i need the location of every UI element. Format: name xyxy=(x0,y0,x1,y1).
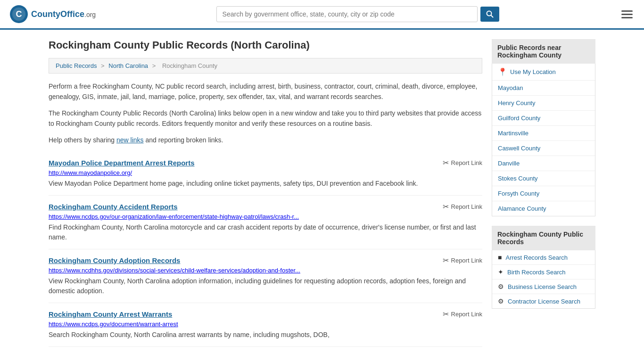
business-license-link[interactable]: Business License Search xyxy=(508,283,577,290)
record-header-0: Mayodan Police Department Arrest Reports… xyxy=(49,158,482,167)
report-link-label-0: Report Link xyxy=(451,159,482,166)
record-header-1: Rockingham County Accident Reports ✂ Rep… xyxy=(49,202,482,211)
nearby-place-link-2[interactable]: Guilford County xyxy=(498,115,540,122)
desc-para-3: Help others by sharing new links and rep… xyxy=(49,135,482,145)
report-link-label-2: Report Link xyxy=(451,257,482,264)
nearby-place-link-5[interactable]: Danville xyxy=(498,160,520,167)
desc-para-3-before: Help others by sharing xyxy=(49,136,116,144)
nearby-place-2[interactable]: Guilford County xyxy=(492,111,595,126)
search-button[interactable] xyxy=(480,7,499,22)
record-desc-1: Find Rockingham County, North Carolina m… xyxy=(49,222,482,242)
record-desc-0: View Mayodan Police Department home page… xyxy=(49,179,482,189)
nearby-list: 📍 Use My Location Mayodan Henry County G… xyxy=(492,64,595,216)
report-link-label-1: Report Link xyxy=(451,203,482,210)
report-link-3[interactable]: ✂ Report Link xyxy=(443,310,482,319)
report-icon-0: ✂ xyxy=(443,158,449,167)
record-item-1: Rockingham County Accident Reports ✂ Rep… xyxy=(49,196,482,249)
record-url-0[interactable]: http://www.mayodanpolice.org/ xyxy=(49,169,482,176)
logo-icon: C xyxy=(9,5,28,24)
menu-icon xyxy=(621,10,633,12)
nearby-place-0[interactable]: Mayodan xyxy=(492,81,595,96)
nearby-place-4[interactable]: Caswell County xyxy=(492,141,595,156)
records-list: Mayodan Police Department Arrest Reports… xyxy=(49,152,482,347)
new-links-link[interactable]: new links xyxy=(116,136,144,144)
report-link-1[interactable]: ✂ Report Link xyxy=(443,202,482,211)
nearby-section: Public Records near Rockingham County 📍 … xyxy=(492,39,595,216)
record-url-link-3[interactable]: https://www.ncdps.gov/document/warrant-a… xyxy=(49,321,178,328)
record-url-link-2[interactable]: https://www.ncdhhs.gov/divisions/social-… xyxy=(49,267,300,274)
birth-records-link[interactable]: Birth Records Search xyxy=(507,269,566,276)
report-link-2[interactable]: ✂ Report Link xyxy=(443,256,482,265)
breadcrumb-north-carolina[interactable]: North Carolina xyxy=(108,62,148,69)
record-title-2[interactable]: Rockingham County Adoption Records xyxy=(49,256,180,264)
nearby-place-link-7[interactable]: Forsyth County xyxy=(498,190,539,197)
report-link-0[interactable]: ✂ Report Link xyxy=(443,158,482,167)
menu-button[interactable] xyxy=(619,7,635,22)
breadcrumb: Public Records > North Carolina > Rockin… xyxy=(49,58,482,74)
record-desc-2: View Rockingham County, North Carolina a… xyxy=(49,276,482,296)
records-links-list: ■ Arrest Records Search ✦ Birth Records … xyxy=(492,250,595,309)
nearby-place-5[interactable]: Danville xyxy=(492,156,595,171)
use-my-location-item[interactable]: 📍 Use My Location xyxy=(492,64,595,81)
main-container: Rockingham County Public Records (North … xyxy=(39,30,605,356)
location-icon: 📍 xyxy=(498,67,507,76)
menu-icon xyxy=(621,14,633,15)
use-my-location-link[interactable]: Use My Location xyxy=(510,68,556,75)
nearby-place-6[interactable]: Stokes County xyxy=(492,171,595,186)
logo-area: C CountyOffice.org xyxy=(9,5,96,24)
nearby-place-link-6[interactable]: Stokes County xyxy=(498,175,538,182)
search-input[interactable] xyxy=(216,6,478,22)
report-icon-3: ✂ xyxy=(443,310,449,319)
business-icon: ⚙ xyxy=(498,283,504,290)
nearby-header: Public Records near Rockingham County xyxy=(492,39,595,64)
arrest-records-link[interactable]: Arrest Records Search xyxy=(505,254,568,261)
record-item-0: Mayodan Police Department Arrest Reports… xyxy=(49,152,482,196)
contractor-license-link[interactable]: Contractor License Search xyxy=(508,298,580,305)
nearby-place-link-3[interactable]: Martinsville xyxy=(498,130,528,137)
record-url-link-0[interactable]: http://www.mayodanpolice.org/ xyxy=(49,169,132,176)
record-item-3: Rockingham County Arrest Warrants ✂ Repo… xyxy=(49,303,482,347)
svg-text:C: C xyxy=(16,9,22,19)
breadcrumb-sep-1: > xyxy=(101,62,106,69)
desc-para-3-after: and reporting broken links. xyxy=(144,136,223,144)
breadcrumb-current: Rockingham County xyxy=(162,62,217,69)
record-header-3: Rockingham County Arrest Warrants ✂ Repo… xyxy=(49,310,482,319)
desc-para-1: Perform a free Rockingham County, NC pub… xyxy=(49,81,482,102)
record-title-3[interactable]: Rockingham County Arrest Warrants xyxy=(49,310,172,318)
desc-para-2: The Rockingham County Public Records (No… xyxy=(49,108,482,129)
nearby-place-link-8[interactable]: Alamance County xyxy=(498,205,546,212)
breadcrumb-sep-2: > xyxy=(152,62,157,69)
contractor-icon: ⚙ xyxy=(498,297,504,305)
search-area xyxy=(216,6,499,22)
sidebar: Public Records near Rockingham County 📍 … xyxy=(492,39,595,347)
records-link-1[interactable]: ✦ Birth Records Search xyxy=(492,265,595,280)
header: C CountyOffice.org xyxy=(0,0,644,30)
record-url-3[interactable]: https://www.ncdps.gov/document/warrant-a… xyxy=(49,321,482,328)
nearby-place-3[interactable]: Martinsville xyxy=(492,126,595,141)
record-desc-3: Search Rockingham County, North Carolina… xyxy=(49,330,482,340)
record-url-link-1[interactable]: https://www.ncdps.gov/our-organization/l… xyxy=(49,213,299,220)
record-title-1[interactable]: Rockingham County Accident Reports xyxy=(49,203,178,211)
breadcrumb-public-records[interactable]: Public Records xyxy=(56,62,97,69)
nearby-place-1[interactable]: Henry County xyxy=(492,96,595,111)
nearby-place-link-1[interactable]: Henry County xyxy=(498,99,535,107)
description: Perform a free Rockingham County, NC pub… xyxy=(49,81,482,145)
nearby-place-link-4[interactable]: Caswell County xyxy=(498,145,540,152)
birth-icon: ✦ xyxy=(498,268,504,276)
nearby-place-7[interactable]: Forsyth County xyxy=(492,186,595,201)
menu-icon xyxy=(621,17,633,18)
records-link-0[interactable]: ■ Arrest Records Search xyxy=(492,250,595,265)
nearby-place-link-0[interactable]: Mayodan xyxy=(498,84,523,91)
records-section: Rockingham County Public Records ■ Arres… xyxy=(492,226,595,309)
records-link-3[interactable]: ⚙ Contractor License Search xyxy=(492,294,595,308)
nearby-place-8[interactable]: Alamance County xyxy=(492,201,595,216)
report-icon-2: ✂ xyxy=(443,256,449,265)
record-url-1[interactable]: https://www.ncdps.gov/our-organization/l… xyxy=(49,213,482,220)
logo-text: CountyOffice.org xyxy=(31,9,96,19)
report-icon-1: ✂ xyxy=(443,202,449,211)
records-link-2[interactable]: ⚙ Business License Search xyxy=(492,280,595,294)
report-link-label-3: Report Link xyxy=(451,311,482,318)
record-url-2[interactable]: https://www.ncdhhs.gov/divisions/social-… xyxy=(49,267,482,274)
record-title-0[interactable]: Mayodan Police Department Arrest Reports xyxy=(49,159,195,167)
svg-line-4 xyxy=(491,16,493,17)
